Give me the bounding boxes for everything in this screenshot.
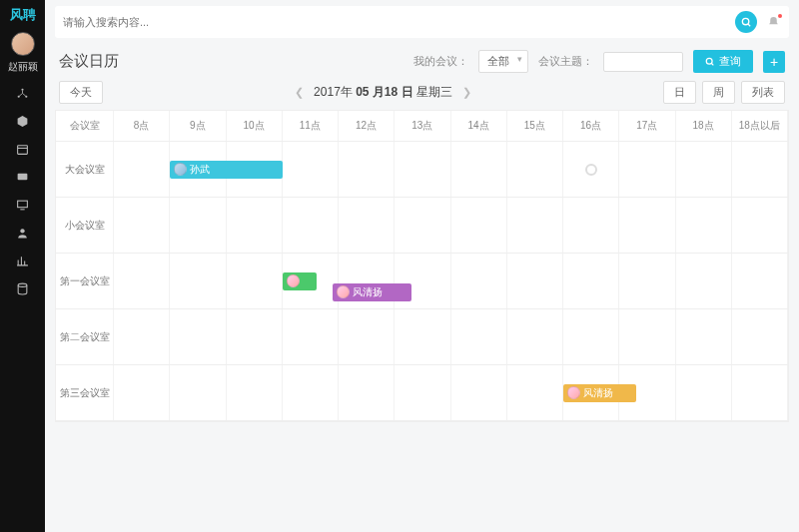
time-cell[interactable] <box>283 365 339 420</box>
org-icon[interactable] <box>16 86 30 100</box>
view-day-button[interactable]: 日 <box>663 81 696 104</box>
search-icon <box>705 57 715 67</box>
time-cell[interactable] <box>563 254 619 308</box>
time-cell[interactable] <box>395 309 450 364</box>
time-cell[interactable] <box>507 142 563 197</box>
room-row: 小会议室 <box>56 198 788 254</box>
time-cell[interactable] <box>395 365 450 420</box>
time-cell[interactable] <box>619 198 675 253</box>
time-cell[interactable] <box>732 142 788 197</box>
filter-mymeeting-label: 我的会议： <box>413 54 468 69</box>
chart-icon[interactable] <box>16 254 30 267</box>
time-cell[interactable] <box>339 142 395 197</box>
time-cell[interactable] <box>507 254 563 308</box>
time-cell[interactable] <box>676 254 732 308</box>
person-icon[interactable] <box>16 226 30 240</box>
cube-icon[interactable] <box>16 114 30 128</box>
time-cell[interactable] <box>451 309 507 364</box>
time-cell[interactable] <box>451 198 507 253</box>
chat-icon[interactable] <box>16 170 30 184</box>
filter-subject-label: 会议主题： <box>538 54 593 69</box>
view-week-button[interactable]: 周 <box>702 81 735 104</box>
svg-point-9 <box>18 283 27 286</box>
time-cell[interactable] <box>507 198 563 253</box>
meeting-event[interactable] <box>283 272 317 290</box>
username: 赵丽颖 <box>8 60 38 74</box>
time-cell[interactable] <box>170 365 226 420</box>
time-cell[interactable] <box>732 309 788 364</box>
event-name: 风清扬 <box>353 285 383 299</box>
prev-day-button[interactable]: ❮ <box>295 86 304 99</box>
svg-rect-3 <box>18 145 28 154</box>
time-cell[interactable] <box>563 198 619 253</box>
user-avatar[interactable] <box>11 32 35 56</box>
monitor-icon[interactable] <box>16 198 30 212</box>
topbar <box>55 6 789 38</box>
time-cell[interactable] <box>283 198 339 253</box>
room-row: 第三会议室风清扬 <box>56 365 788 421</box>
time-cell[interactable] <box>227 309 283 364</box>
time-cell[interactable] <box>563 309 619 364</box>
today-button[interactable]: 今天 <box>59 81 103 104</box>
svg-point-0 <box>21 88 23 90</box>
time-cell[interactable] <box>339 365 395 420</box>
svg-point-10 <box>742 18 748 24</box>
svg-point-12 <box>706 58 712 64</box>
filter-mymeeting-select[interactable]: 全部 <box>478 50 528 73</box>
calendar-icon[interactable] <box>16 142 30 156</box>
search-filter-button[interactable]: 查询 <box>693 50 753 73</box>
time-cell[interactable] <box>619 142 675 197</box>
time-cell[interactable] <box>114 309 170 364</box>
time-cell[interactable] <box>170 198 226 253</box>
time-cell[interactable] <box>676 309 732 364</box>
time-cell[interactable] <box>732 198 788 253</box>
time-cell[interactable] <box>451 142 507 197</box>
time-cell[interactable] <box>732 254 788 308</box>
time-cell[interactable] <box>283 309 339 364</box>
time-cell[interactable] <box>395 198 450 253</box>
notification-bell[interactable] <box>765 14 781 30</box>
time-cell[interactable] <box>170 254 226 308</box>
time-cell[interactable] <box>114 142 170 197</box>
time-cell[interactable] <box>451 365 507 420</box>
add-meeting-button[interactable]: + <box>763 51 785 73</box>
time-cell[interactable] <box>507 309 563 364</box>
filter-subject-input[interactable] <box>603 52 683 72</box>
col-hour: 11点 <box>283 111 339 141</box>
time-cell[interactable] <box>676 142 732 197</box>
next-day-button[interactable]: ❯ <box>462 86 471 99</box>
time-cell[interactable] <box>619 309 675 364</box>
meeting-event[interactable]: 风清扬 <box>333 283 411 301</box>
db-icon[interactable] <box>16 281 30 295</box>
time-cell[interactable] <box>619 254 675 308</box>
time-cell[interactable] <box>676 198 732 253</box>
search-input[interactable] <box>63 16 735 28</box>
view-list-button[interactable]: 列表 <box>741 81 785 104</box>
time-cell[interactable] <box>676 365 732 420</box>
sidebar: 风聘 赵丽颖 <box>0 0 45 532</box>
room-name: 大会议室 <box>56 142 114 197</box>
time-cell[interactable] <box>227 198 283 253</box>
time-cell[interactable] <box>339 309 395 364</box>
col-hour: 13点 <box>395 111 450 141</box>
event-name: 风清扬 <box>583 386 613 400</box>
time-cell[interactable] <box>507 365 563 420</box>
room-name: 第二会议室 <box>56 309 114 364</box>
time-cell[interactable] <box>395 142 450 197</box>
time-cell[interactable] <box>451 254 507 308</box>
time-cell[interactable] <box>114 198 170 253</box>
event-name: 孙武 <box>190 163 210 177</box>
time-cell[interactable] <box>114 254 170 308</box>
time-cell[interactable] <box>227 365 283 420</box>
time-cell[interactable] <box>732 365 788 420</box>
room-name: 小会议室 <box>56 198 114 253</box>
time-cell[interactable] <box>227 254 283 308</box>
room-row: 第二会议室 <box>56 309 788 365</box>
search-button[interactable] <box>735 11 757 33</box>
time-cell[interactable] <box>339 198 395 253</box>
time-cell[interactable] <box>283 142 339 197</box>
meeting-event[interactable]: 风清扬 <box>563 384 636 402</box>
meeting-event[interactable]: 孙武 <box>170 161 282 179</box>
time-cell[interactable] <box>170 309 226 364</box>
time-cell[interactable] <box>114 365 170 420</box>
